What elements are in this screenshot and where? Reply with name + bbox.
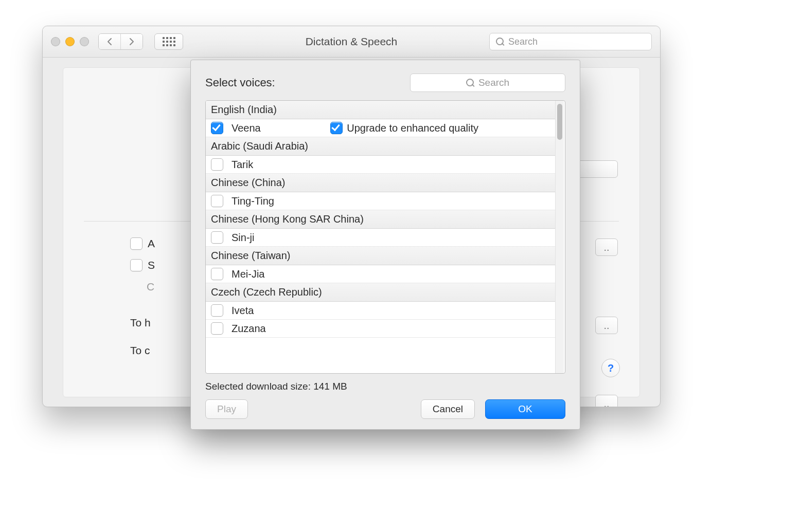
window-search-input[interactable]: Search <box>489 33 652 50</box>
nav-back-forward <box>98 33 143 50</box>
ok-button[interactable]: OK <box>485 399 565 419</box>
option-label: C <box>147 281 154 293</box>
voice-checkbox[interactable] <box>211 304 223 317</box>
titlebar: Dictation & Speech Search <box>43 26 660 58</box>
voice-checkbox[interactable] <box>211 231 223 244</box>
grid-icon <box>163 37 175 46</box>
voice-group-header: Arabic (Saudi Arabia) <box>206 137 556 156</box>
more-button[interactable]: .. <box>595 317 618 334</box>
cancel-button[interactable]: Cancel <box>421 399 475 419</box>
search-placeholder: Search <box>508 36 538 47</box>
voices-list-rows[interactable]: English (India)VeenaUpgrade to enhanced … <box>206 101 556 373</box>
select-voices-sheet: Select voices: Search English (India)Vee… <box>190 60 580 430</box>
option-label: To h <box>130 317 151 329</box>
checkbox[interactable] <box>130 237 143 250</box>
search-placeholder: Search <box>478 77 509 88</box>
voice-name: Veena <box>232 122 261 134</box>
upgrade-checkbox[interactable] <box>330 122 343 134</box>
checkbox[interactable] <box>130 259 143 271</box>
help-button[interactable]: ? <box>601 359 620 377</box>
zoom-window-button[interactable] <box>80 37 89 46</box>
voice-group-header: Chinese (China) <box>206 174 556 192</box>
voice-checkbox[interactable] <box>211 158 223 171</box>
voice-upgrade-option[interactable]: Upgrade to enhanced quality <box>330 122 550 134</box>
voice-row[interactable]: Ting-Ting <box>206 192 556 210</box>
voice-row[interactable]: VeenaUpgrade to enhanced quality <box>206 119 556 137</box>
more-button[interactable]: .. <box>595 239 618 256</box>
background-options: A S C To h To c <box>130 237 155 357</box>
voice-group-header: Czech (Czech Republic) <box>206 283 556 302</box>
traffic-lights <box>51 37 89 46</box>
scrollbar[interactable] <box>555 101 564 373</box>
search-icon <box>466 79 474 87</box>
sheet-search-input[interactable]: Search <box>410 74 565 92</box>
voice-row[interactable]: Sin-ji <box>206 229 556 247</box>
play-button[interactable]: Play <box>205 399 248 419</box>
voice-name: Zuzana <box>232 323 266 335</box>
search-icon <box>496 38 504 46</box>
scrollbar-thumb[interactable] <box>557 104 562 140</box>
forward-button[interactable] <box>120 34 143 49</box>
sheet-header: Select voices: Search <box>205 74 565 92</box>
voice-name: Tarik <box>232 159 253 171</box>
voice-name: Mei-Jia <box>232 268 264 280</box>
chevron-right-icon <box>129 38 135 46</box>
minimize-window-button[interactable] <box>65 37 75 46</box>
voice-row[interactable]: Tarik <box>206 156 556 174</box>
chevron-left-icon <box>106 38 113 46</box>
voice-checkbox[interactable] <box>211 195 223 207</box>
option-label: To c <box>130 344 150 357</box>
more-button[interactable]: .. <box>595 395 618 407</box>
voice-checkbox[interactable] <box>211 122 223 134</box>
sheet-title: Select voices: <box>205 76 275 89</box>
show-all-button[interactable] <box>154 33 183 50</box>
voices-list: English (India)VeenaUpgrade to enhanced … <box>205 100 565 374</box>
voice-row[interactable]: Iveta <box>206 302 556 320</box>
voice-row[interactable]: Mei-Jia <box>206 265 556 283</box>
option-label: S <box>148 259 155 271</box>
voice-checkbox[interactable] <box>211 268 223 280</box>
voice-row[interactable]: Zuzana <box>206 320 556 338</box>
upgrade-label: Upgrade to enhanced quality <box>347 122 478 134</box>
help-icon: ? <box>608 362 614 374</box>
voice-name: Iveta <box>232 305 254 317</box>
voice-name: Ting-Ting <box>232 195 274 207</box>
voice-checkbox[interactable] <box>211 322 223 335</box>
voice-name: Sin-ji <box>232 232 254 244</box>
download-size-status: Selected download size: 141 MB <box>205 381 565 392</box>
sheet-buttons: Play Cancel OK <box>205 399 565 419</box>
voice-group-header: English (India) <box>206 101 556 119</box>
voice-group-header: Chinese (Taiwan) <box>206 247 556 265</box>
back-button[interactable] <box>99 34 120 49</box>
option-label: A <box>148 237 155 250</box>
close-window-button[interactable] <box>51 37 60 46</box>
voice-group-header: Chinese (Hong Kong SAR China) <box>206 210 556 229</box>
